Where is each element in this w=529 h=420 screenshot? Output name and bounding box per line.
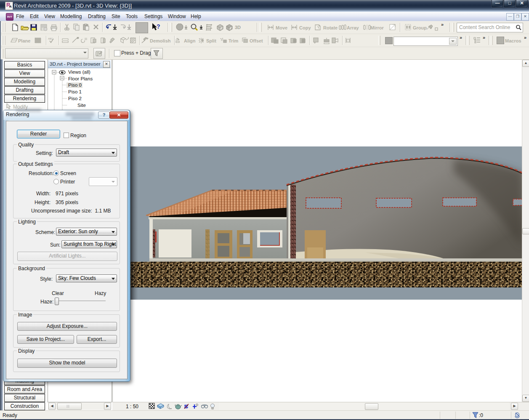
svg-text:Floor Plans: Floor Plans [68,76,93,81]
svg-text:Site: Site [77,103,86,108]
svg-text:?: ? [157,23,160,30]
svg-text:Piso 2: Piso 2 [68,96,82,101]
svg-text:Piso 0: Piso 0 [68,82,82,88]
svg-text:Piso 1: Piso 1 [68,89,82,94]
svg-text:Views (all): Views (all) [68,69,90,74]
svg-text:ABC: ABC [48,37,53,40]
svg-text:3D: 3D [235,25,241,30]
